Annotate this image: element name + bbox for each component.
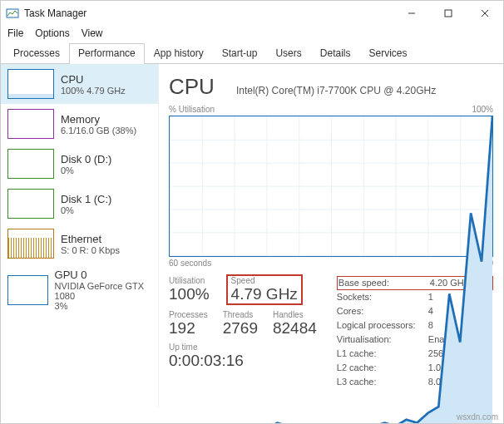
sidebar-item-gpu0[interactable]: GPU 0NVIDIA GeForce GTX 1080 3% [1, 264, 158, 316]
task-manager-icon [6, 7, 19, 20]
tab-processes[interactable]: Processes [4, 43, 69, 64]
svg-marker-5 [170, 116, 492, 424]
cpu-thumb-icon [7, 69, 54, 99]
sidebar-item-sub: 0% [61, 205, 111, 215]
minimize-button[interactable] [393, 1, 430, 26]
sidebar-item-cpu[interactable]: CPU100% 4.79 GHz [1, 64, 158, 104]
watermark: wsxdn.com [457, 412, 498, 422]
y-axis-label: % Utilisation [169, 105, 215, 114]
sidebar-item-memory[interactable]: Memory6.1/16.0 GB (38%) [1, 104, 158, 144]
main-panel: CPU Intel(R) Core(TM) i7-7700K CPU @ 4.2… [159, 64, 503, 407]
menu-options[interactable]: Options [35, 27, 69, 39]
close-button[interactable] [467, 1, 503, 26]
menu-view[interactable]: View [82, 27, 103, 39]
svg-rect-2 [445, 10, 452, 17]
maximize-button[interactable] [430, 1, 467, 26]
sidebar: CPU100% 4.79 GHz Memory6.1/16.0 GB (38%)… [1, 64, 159, 407]
sidebar-item-label: CPU [61, 73, 126, 86]
sidebar-item-sub: 0% [61, 165, 111, 175]
disk-thumb-icon [7, 189, 54, 219]
menu-bar: File Options View [1, 26, 503, 42]
sidebar-item-label: Disk 0 (D:) [61, 153, 111, 165]
memory-thumb-icon [7, 109, 54, 139]
sidebar-item-ethernet[interactable]: EthernetS: 0 R: 0 Kbps [1, 224, 158, 264]
tab-app-history[interactable]: App history [145, 43, 213, 64]
tab-users[interactable]: Users [266, 43, 310, 64]
sidebar-item-label: GPU 0 [55, 269, 151, 281]
gpu-thumb-icon [7, 275, 48, 305]
sidebar-item-disk0[interactable]: Disk 0 (D:)0% [1, 144, 158, 184]
sidebar-item-label: Disk 1 (C:) [61, 193, 111, 205]
tab-details[interactable]: Details [311, 43, 360, 64]
title-bar: Task Manager [1, 1, 503, 26]
cpu-utilisation-chart [169, 116, 493, 257]
window-title: Task Manager [24, 7, 393, 19]
y-axis-max: 100% [472, 105, 493, 114]
sidebar-item-label: Memory [61, 113, 136, 126]
tab-startup[interactable]: Start-up [213, 43, 267, 64]
disk-thumb-icon [7, 149, 54, 179]
sidebar-item-sub: S: 0 R: 0 Kbps [61, 245, 120, 255]
sidebar-item-sub: NVIDIA GeForce GTX 1080 3% [55, 281, 151, 311]
svg-rect-0 [7, 9, 18, 17]
sidebar-item-sub: 6.1/16.0 GB (38%) [61, 126, 136, 136]
sidebar-item-sub: 100% 4.79 GHz [61, 86, 126, 96]
ethernet-thumb-icon [7, 229, 54, 259]
sidebar-item-disk1[interactable]: Disk 1 (C:)0% [1, 184, 158, 224]
menu-file[interactable]: File [7, 27, 23, 39]
sidebar-item-label: Ethernet [61, 233, 120, 245]
cpu-model: Intel(R) Core(TM) i7-7700K CPU @ 4.20GHz [236, 85, 436, 96]
page-title: CPU [169, 74, 215, 100]
tab-bar: Processes Performance App history Start-… [1, 42, 503, 64]
tab-services[interactable]: Services [359, 43, 416, 64]
tab-performance[interactable]: Performance [69, 43, 145, 64]
